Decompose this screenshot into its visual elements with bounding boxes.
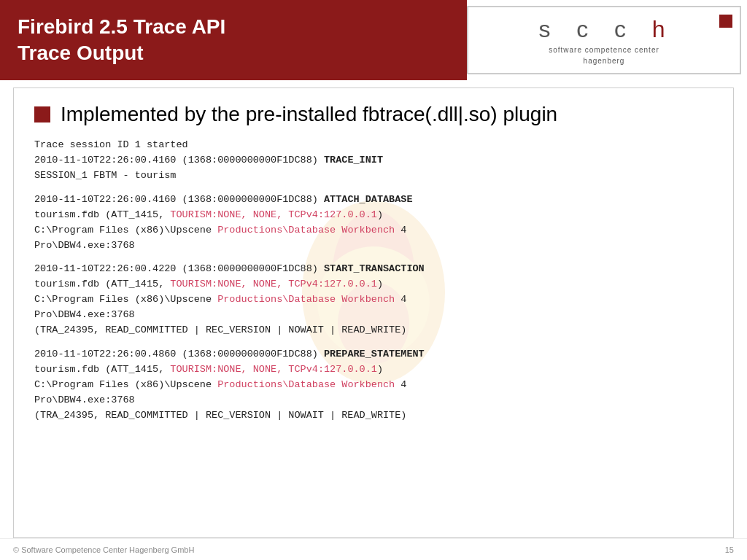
trace-block2-d1: tourism.fdb (ATT_1415, TOURISM:NONE, NON… [34, 208, 713, 223]
b2d2-suffix: 4 [395, 225, 406, 236]
logo-tagline2: hagenberg [584, 57, 625, 65]
logo-tagline1: software competence center [549, 46, 659, 54]
title-line1: Firebird 2.5 Trace API [18, 14, 225, 40]
b2d1-pink: TOURISM:NONE, NONE, TCPv4:127.0.0.1 [170, 209, 377, 220]
logo-inner: s c c h software competence center hagen… [538, 16, 669, 65]
event4: PREPARE_STATEMENT [324, 349, 425, 359]
trace-block3-d2: C:\Program Files (x86)\Upscene Productio… [34, 292, 713, 308]
page-number: 15 [725, 545, 734, 554]
title-line2: Trace Output [18, 40, 225, 66]
trace-block1: 2010-11-10T22:26:00.4160 (1368:000000000… [34, 153, 713, 168]
ts4: 2010-11-10T22:26:00.4860 (1368:000000000… [34, 349, 318, 359]
logo-block: s c c h software competence center hagen… [467, 6, 741, 74]
header-title: Firebird 2.5 Trace API Trace Output [0, 0, 467, 80]
trace-block2: 2010-11-10T22:26:00.4160 (1368:000000000… [34, 192, 713, 208]
section-heading: Implemented by the pre-installed fbtrace… [34, 103, 713, 126]
footer: © Software Competence Center Hagenberg G… [0, 538, 747, 560]
trace-block1-detail: SESSION_1 FBTM - tourism [34, 168, 713, 184]
main-content: Implemented by the pre-installed fbtrace… [13, 88, 734, 538]
ts3: 2010-11-10T22:26:00.4220 (1368:000000000… [34, 263, 318, 274]
ts1: 2010-11-10T22:26:00.4160 (1368:000000000… [34, 155, 318, 166]
b2d1-suffix: ) [377, 209, 383, 220]
trace-block4-d3: Pro\DBW4.exe:3768 [34, 393, 713, 408]
heading-text: Implemented by the pre-installed fbtrace… [61, 103, 557, 126]
header: Firebird 2.5 Trace API Trace Output s c … [0, 0, 747, 80]
trace-output: Trace session ID 1 started 2010-11-10T22… [34, 138, 713, 424]
b2d2-prefix: C:\Program Files (x86)\Upscene [34, 225, 217, 236]
trace-block4-d4: (TRA_24395, READ_COMMITTED | REC_VERSION… [34, 408, 713, 424]
trace-block3: 2010-11-10T22:26:00.4220 (1368:000000000… [34, 262, 713, 277]
event3: START_TRANSACTION [324, 263, 425, 274]
trace-block3-d4: (TRA_24395, READ_COMMITTED | REC_VERSION… [34, 323, 713, 338]
logo-letters: s c c h [538, 16, 669, 43]
b2d1-prefix: tourism.fdb (ATT_1415, [34, 209, 170, 220]
trace-block4: 2010-11-10T22:26:00.4860 (1368:000000000… [34, 347, 713, 362]
trace-block4-d1: tourism.fdb (ATT_1415, TOURISM:NONE, NON… [34, 362, 713, 378]
trace-block3-d3: Pro\DBW4.exe:3768 [34, 308, 713, 323]
trace-line1: Trace session ID 1 started [34, 138, 713, 153]
trace-block3-d1: tourism.fdb (ATT_1415, TOURISM:NONE, NON… [34, 277, 713, 292]
trace-block4-d2: C:\Program Files (x86)\Upscene Productio… [34, 378, 713, 393]
red-bullet-icon [34, 106, 50, 122]
event1: TRACE_INIT [324, 155, 383, 166]
footer-copyright: © Software Competence Center Hagenberg G… [13, 545, 194, 554]
logo-square-icon [719, 15, 732, 28]
trace-block2-d2: C:\Program Files (x86)\Upscene Productio… [34, 223, 713, 238]
b2d2-pink: Productions\Database Workbench [217, 225, 395, 236]
event2: ATTACH_DATABASE [324, 194, 413, 205]
ts2: 2010-11-10T22:26:00.4160 (1368:000000000… [34, 194, 318, 205]
trace-block2-d3: Pro\DBW4.exe:3768 [34, 238, 713, 254]
